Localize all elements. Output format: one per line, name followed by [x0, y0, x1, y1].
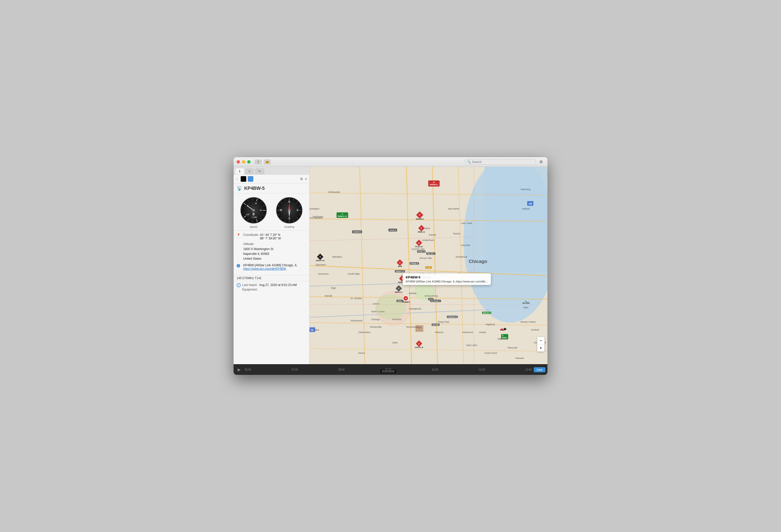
frequency-row: 145.575MHz T141 — [234, 275, 309, 281]
maximize-button[interactable] — [247, 160, 251, 163]
svg-text:Romeoville: Romeoville — [370, 326, 382, 328]
chevron-down-icon: ▼ — [305, 178, 307, 180]
info-pin-blue: i — [237, 264, 240, 268]
callsign-header: 📡 KP4BW-5 — [234, 183, 309, 193]
svg-text:Chicago: Chicago — [469, 259, 487, 264]
color-swatch-black[interactable] — [241, 176, 246, 182]
zoom-out-button[interactable]: − — [537, 337, 544, 344]
clock-ring-icon: ⏱ — [237, 283, 241, 287]
svg-text:St. Charles: St. Charles — [351, 297, 362, 300]
svg-text:Schaumburg: Schaumburg — [425, 295, 438, 297]
popup-title: KP4BW-5 — [406, 275, 488, 279]
svg-text:Sycamore: Sycamore — [318, 273, 329, 275]
tick-1000: 10:00 — [432, 368, 438, 371]
svg-text:Benton Harbor: Benton Harbor — [521, 321, 536, 323]
layer-settings-button[interactable]: ⚙ — [300, 177, 303, 181]
info-icon[interactable]: ℹ — [255, 159, 262, 165]
svg-text:Mokena: Mokena — [435, 331, 444, 334]
speed-label: speed — [250, 225, 257, 228]
svg-text:South Elgin: South Elgin — [348, 273, 360, 275]
sidebar: ℹ ≡ ✎ ☆ ⚙ ▼ 📡 KP4BW-5 speed — [234, 167, 310, 364]
svg-text:Niles: Niles — [523, 306, 529, 309]
svg-text:Channahon: Channahon — [358, 331, 371, 334]
heading-gauge — [275, 196, 303, 224]
search-icon: 🔍 — [467, 160, 471, 164]
main-window: ℹ 📻 🔍 ⚙ ℹ ≡ ✎ ☆ ⚙ ▼ — [234, 157, 547, 375]
search-input[interactable] — [472, 160, 533, 164]
color-swatch-blue[interactable] — [248, 176, 253, 182]
last-heard-block: Last heard: Aug 27, 2020 at 9:01:23 AM E… — [242, 283, 297, 291]
clock-icon: ⏱ — [237, 283, 241, 288]
traffic-lights — [237, 160, 251, 163]
svg-text:New Berlin: New Berlin — [448, 208, 459, 210]
svg-point-82 — [377, 292, 410, 325]
zoom-in-button[interactable]: + — [537, 344, 544, 352]
svg-text:Oak Creek: Oak Creek — [461, 222, 472, 224]
callsign-label: KP4BW-5 — [244, 186, 265, 191]
address-block: 1800 S Washington St Naperville IL 60565… — [243, 247, 273, 261]
zoom-controls: − + — [537, 337, 544, 352]
settings-button[interactable]: ⚙ — [538, 159, 544, 165]
radio-icon[interactable]: 📻 — [264, 159, 271, 165]
sidebar-tabs: ℹ ≡ ✎ — [234, 167, 309, 175]
svg-text:Crown Point: Crown Point — [484, 352, 497, 354]
tick-1100: 11:00 — [479, 368, 485, 371]
main-content: ℹ ≡ ✎ ☆ ⚙ ▼ 📡 KP4BW-5 speed — [234, 167, 547, 364]
antenna-icon: 📡 — [237, 186, 242, 191]
heading-gauge-container: heading — [275, 196, 303, 228]
coordinate-value: 41° 44′ 7.20″ N 88° 7′ 39.00″ W — [260, 233, 281, 240]
svg-text:Bartlett: Bartlett — [409, 292, 417, 295]
svg-text:Fort Atkinson: Fort Atkinson — [310, 217, 323, 219]
map-background: Chicago Burlington New Berlin Oak Creek … — [310, 167, 547, 364]
svg-text:DeKalb: DeKalb — [324, 295, 332, 297]
tab-edit[interactable]: ✎ — [255, 168, 264, 174]
map-area[interactable]: Chicago Burlington New Berlin Oak Creek … — [310, 167, 547, 364]
live-button[interactable]: Live — [534, 367, 545, 372]
tab-list[interactable]: ≡ — [245, 168, 254, 174]
altitude-block: Altitude: 1800 S Washington St Napervill… — [243, 242, 273, 261]
svg-text:Saint John: Saint John — [466, 344, 477, 346]
svg-text:Hammond: Hammond — [462, 331, 473, 334]
tick-0800: 08:00 — [338, 368, 345, 371]
svg-text:Northbrook: Northbrook — [456, 256, 467, 258]
titlebar: ℹ 📻 🔍 ⚙ — [234, 157, 547, 167]
tick-0700: 07:00 — [292, 368, 298, 371]
svg-text:Fort: Fort — [418, 326, 421, 329]
altitude-label: Altitude: — [243, 242, 272, 246]
tab-info[interactable]: ℹ — [236, 168, 244, 174]
date-badge: 01/01/2016 — [380, 370, 396, 373]
svg-text:Algonquin: Algonquin — [316, 263, 326, 266]
titlebar-icons: ℹ 📻 — [255, 159, 271, 165]
svg-text:Oswego: Oswego — [371, 318, 380, 321]
popup-description: KP4BW [AllStar Link 41086] Chicago, IL h… — [406, 280, 488, 283]
sidebar-header: ☆ ⚙ ▼ — [234, 175, 309, 183]
svg-point-16 — [414, 282, 435, 301]
last-heard-row: ⏱ Last heard: Aug 27, 2020 at 9:01:23 AM… — [237, 283, 306, 291]
location-icon: 📍 — [237, 233, 242, 237]
svg-text:Elgin: Elgin — [331, 287, 336, 289]
svg-text:Hobart: Hobart — [479, 331, 486, 334]
svg-text:Crystal Lake: Crystal Lake — [412, 248, 424, 250]
map-popup[interactable]: KP4BW-5 KP4BW [AllStar Link 41086] Chica… — [403, 273, 491, 285]
coordinate-row: 📍 Coordinate: 41° 44′ 7.20″ N 88° 7′ 39.… — [237, 233, 306, 240]
svg-text:Valparaiso: Valparaiso — [497, 338, 508, 340]
gauges-row: speed heading — [234, 193, 309, 231]
svg-text:Vernon Hills: Vernon Hills — [419, 257, 432, 259]
last-heard-label: Last heard: Aug 27, 2020 at 9:01:23 AM — [242, 283, 297, 287]
svg-text:Holland: Holland — [522, 208, 530, 210]
svg-text:Antioch: Antioch — [428, 234, 436, 236]
search-bar[interactable]: 🔍 — [465, 159, 536, 165]
svg-text:Racine: Racine — [453, 232, 461, 235]
svg-text:Kenosha: Kenosha — [461, 244, 470, 247]
coordinate-section: 📍 Coordinate: 41° 44′ 7.20″ N 88° 7′ 39.… — [234, 231, 309, 275]
svg-text:Plymouth: Plymouth — [508, 346, 517, 349]
svg-text:Burlington: Burlington — [310, 208, 319, 210]
timeline-content: 06:00 07:00 08:00 09:00 10:00 11:00 12:0… — [243, 364, 534, 375]
minimize-button[interactable] — [242, 160, 245, 163]
speed-gauge — [240, 196, 268, 224]
qrz-link[interactable]: https://www.qrz.com/db/KP4BW — [243, 267, 286, 271]
play-button[interactable]: ▶ — [236, 367, 243, 372]
svg-text:Highland: Highland — [486, 323, 495, 326]
favorite-button[interactable]: ☆ — [236, 177, 239, 181]
close-button[interactable] — [237, 160, 240, 163]
